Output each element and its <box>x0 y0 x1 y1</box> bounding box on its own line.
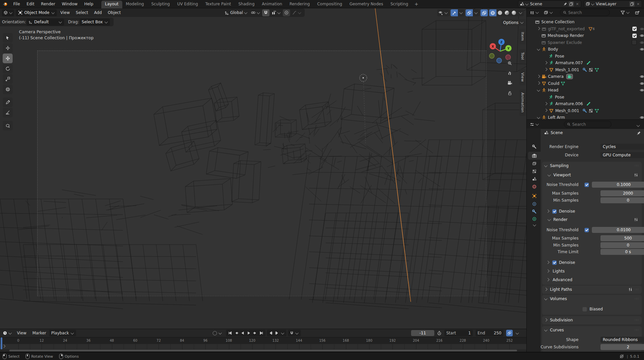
panel-header-volumes[interactable]: Volumes⸬⸬ <box>542 295 642 302</box>
viewport-menu-add[interactable]: Add <box>91 10 105 15</box>
outliner-row-gltf-not-exported[interactable]: glTF_not_exported6 <box>527 26 644 32</box>
pin-icon[interactable] <box>563 2 567 6</box>
outliner-item-label[interactable]: Pose <box>555 54 564 59</box>
prop-row-advanced[interactable]: Advanced <box>542 276 642 283</box>
panel-title[interactable]: Curves <box>550 328 564 332</box>
subpanel-title[interactable]: Render <box>553 217 568 222</box>
outliner-item-label[interactable]: Spawner Exclude <box>548 40 582 45</box>
outliner-row-meshswap-render[interactable]: Meshswap Render <box>527 32 644 39</box>
npanel-tab-view[interactable]: View <box>519 69 526 85</box>
workspace-tab-geometry-nodes[interactable]: Geometry Nodes <box>346 1 387 9</box>
outliner-row-mesh-1-001[interactable]: Mesh_1.001 <box>527 67 644 73</box>
prop-row-max-samples[interactable]: Max Samples2000 <box>542 190 642 197</box>
prop-row-denoise[interactable]: Denoise <box>542 208 642 215</box>
outliner-item-label[interactable]: Meshswap Render <box>548 33 584 38</box>
frame-step-dropdown[interactable] <box>281 331 284 334</box>
mode-selector[interactable]: Object Mode <box>16 9 57 16</box>
hide-viewport-toggle[interactable] <box>640 40 644 45</box>
snap-toggle[interactable] <box>262 9 269 16</box>
panel-title[interactable]: Light Paths <box>550 287 572 292</box>
timeline-menu-playback[interactable]: Playback <box>49 330 76 336</box>
prop-value-field[interactable]: 0 <box>600 197 644 203</box>
outliner-item-label[interactable]: Left Arm <box>548 115 565 119</box>
prop-row-min-samples[interactable]: Min Samples0 <box>542 242 642 249</box>
viewport-menu-view[interactable]: View <box>57 10 73 15</box>
editor-type-selector[interactable] <box>2 9 14 16</box>
expander[interactable] <box>544 61 548 64</box>
auto-key-toggle[interactable] <box>213 331 217 335</box>
tool-measure[interactable] <box>3 108 13 117</box>
lock-view-button[interactable] <box>506 89 514 97</box>
panel-grip[interactable]: ⸬⸬ <box>635 165 639 166</box>
npanel-tab-item[interactable]: Item <box>519 29 526 44</box>
panel-title[interactable]: Subdivision <box>550 318 573 322</box>
prop-label[interactable]: Biased <box>590 307 603 311</box>
hide-viewport-toggle[interactable] <box>640 81 644 86</box>
playhead[interactable] <box>1 337 2 349</box>
timeline-menu-view[interactable]: View <box>14 331 29 335</box>
current-frame-field[interactable]: -11 <box>411 330 434 336</box>
outliner-search[interactable]: Search <box>560 9 610 16</box>
workspace-tab-layout[interactable]: Layout <box>101 1 122 9</box>
workspace-tab-sculpting[interactable]: Sculpting <box>148 1 173 9</box>
hide-viewport-toggle[interactable] <box>640 74 644 79</box>
vertical-splitter[interactable] <box>526 8 527 352</box>
scene-name[interactable]: Scene <box>530 2 562 6</box>
tool-transform[interactable] <box>3 85 13 94</box>
end-frame-field[interactable]: End 250 <box>476 330 503 336</box>
outliner-row-scene-collection[interactable]: Scene Collection <box>527 19 644 25</box>
options-button[interactable]: Options <box>501 19 526 26</box>
expander[interactable] <box>546 261 550 264</box>
overlays-dropdown[interactable] <box>473 9 479 16</box>
prev-keyframe-button[interactable] <box>234 331 238 335</box>
scene-selector[interactable]: Scene ✕ <box>518 0 581 8</box>
subpanel-expander[interactable] <box>548 218 551 221</box>
play-button[interactable] <box>247 331 251 335</box>
prop-value-field[interactable]: 500 <box>600 235 644 241</box>
outliner-properties-splitter[interactable] <box>527 119 644 120</box>
expander[interactable] <box>546 278 550 281</box>
scene-icon[interactable] <box>520 2 529 6</box>
presets-icon[interactable] <box>634 217 638 222</box>
blender-logo-icon[interactable] <box>0 2 10 6</box>
tab-output[interactable] <box>528 160 541 168</box>
timeline-editor-type[interactable] <box>1 330 13 337</box>
tab-object[interactable] <box>528 192 541 200</box>
expander[interactable] <box>537 47 540 51</box>
outliner-item-label[interactable]: Camera <box>548 74 564 79</box>
panel-header-sampling[interactable]: Sampling⸬⸬ <box>542 162 642 169</box>
timeline-snap[interactable] <box>288 330 301 336</box>
topbar-menu-render[interactable]: Render <box>38 2 58 6</box>
prop-checkbox[interactable] <box>585 228 589 232</box>
tab-strip-overflow[interactable] <box>533 223 536 227</box>
tool-scale[interactable] <box>3 74 13 84</box>
outliner-item-label[interactable]: Armature.006 <box>555 101 583 106</box>
orientation-selector[interactable]: Default <box>27 19 64 26</box>
panel-expander[interactable] <box>544 297 548 300</box>
keying-stopwatch-icon[interactable] <box>437 331 442 335</box>
shading-dropdown[interactable] <box>517 9 524 16</box>
tab-render[interactable] <box>528 152 541 160</box>
workspace-tab-shading[interactable]: Shading <box>235 1 258 9</box>
hide-viewport-toggle[interactable] <box>640 88 644 92</box>
prop-checkbox[interactable] <box>552 261 557 265</box>
tab-physics[interactable] <box>528 200 541 208</box>
panel-title[interactable]: Sampling <box>550 163 569 168</box>
workspace-tab-rendering[interactable]: Rendering <box>286 1 313 9</box>
tab-view-layer[interactable] <box>528 167 541 175</box>
pin-id-button[interactable] <box>636 131 641 135</box>
workspace-tab-compositing[interactable]: Compositing <box>313 1 346 9</box>
workspace-tab-scripting[interactable]: Scripting <box>387 1 412 9</box>
prop-row-curve-subdivisions[interactable]: Curve Subdivisions2 <box>542 344 642 350</box>
prop-select[interactable]: Cycles <box>600 144 644 150</box>
add-workspace-button[interactable]: + <box>412 1 421 7</box>
panel-expander[interactable] <box>544 318 548 321</box>
outliner-item-label[interactable]: Scene Collection <box>541 20 575 24</box>
tool-select-box[interactable] <box>3 33 13 43</box>
prop-label[interactable]: Denoise <box>559 209 575 214</box>
topbar-menu-window[interactable]: Window <box>58 2 81 6</box>
panel-grip[interactable]: ⸬⸬ <box>635 289 639 290</box>
outliner-row-armature-006[interactable]: Armature.006 <box>527 100 644 107</box>
playback-sync-dropdown[interactable] <box>516 331 519 334</box>
new-scene-button[interactable] <box>569 1 574 7</box>
